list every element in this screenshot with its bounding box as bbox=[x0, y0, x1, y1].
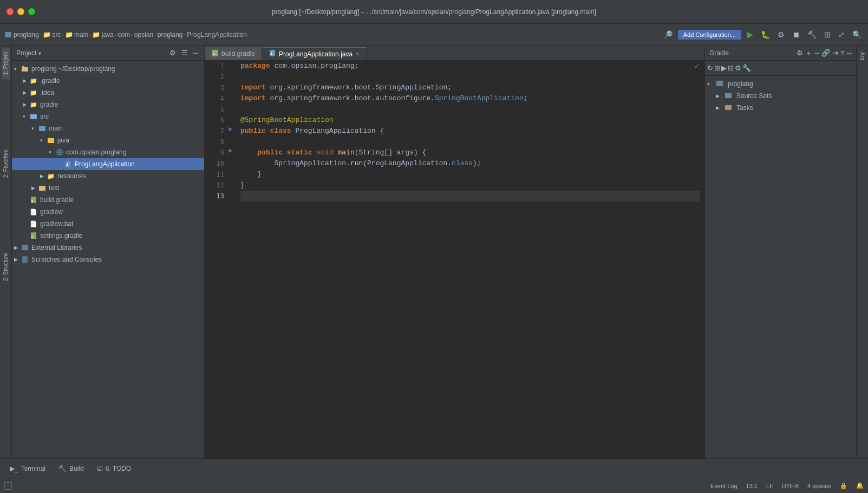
cursor-position[interactable]: 13:1 bbox=[746, 483, 758, 489]
gradle-toolbar-btn-4[interactable]: ⊟ bbox=[728, 64, 734, 72]
code-line-10: SpringApplication.run(ProgLangApplicatio… bbox=[240, 158, 700, 169]
gradle-minimize-button[interactable]: ─ bbox=[847, 48, 852, 58]
breadcrumb-item-main[interactable]: 📁 main bbox=[65, 31, 88, 38]
gradle-tree-source-sets[interactable]: ▶ Source Sets bbox=[705, 90, 856, 102]
tab-proglangapplication[interactable]: J ProgLangApplication.java ✕ bbox=[262, 47, 367, 60]
gradle-toolbar-btn-2[interactable]: ⊞ bbox=[714, 64, 720, 72]
svg-rect-2 bbox=[30, 114, 37, 119]
tab-close-icon[interactable]: ✕ bbox=[355, 51, 360, 57]
tree-arrow: ▶ bbox=[23, 78, 29, 83]
tree-item-gradlew[interactable]: 📄 gradlew bbox=[12, 206, 204, 218]
run-config-button[interactable]: ⚙ bbox=[775, 29, 787, 40]
debug-button[interactable]: 🐛 bbox=[759, 29, 772, 40]
file-icon: 📄 bbox=[29, 207, 38, 216]
file-icon: 📄 bbox=[29, 219, 38, 228]
close-button[interactable] bbox=[6, 8, 14, 15]
tree-item-proglangapp[interactable]: J ProgLangApplication bbox=[12, 158, 204, 170]
sidebar-tab-ant[interactable]: Ant bbox=[858, 48, 866, 64]
tree-item-package[interactable]: ▾ com.opsian.proglang bbox=[12, 146, 204, 158]
breadcrumb-item-src[interactable]: 📁 src bbox=[43, 31, 61, 38]
tree-item-scratches[interactable]: ▶ Scratches and Consoles bbox=[12, 254, 204, 265]
tree-item-resources[interactable]: ▶ 📁 resources bbox=[12, 170, 204, 182]
gradle-toolbar-btn-5[interactable]: ⚙ bbox=[735, 64, 741, 72]
gradle-toolbar-btn-6[interactable]: 🔧 bbox=[742, 64, 751, 72]
breadcrumb-item-proglang2[interactable]: proglang bbox=[158, 31, 183, 38]
tree-item-gradle-hidden[interactable]: ▶ 📁 .gradle bbox=[12, 75, 204, 87]
bottom-tab-terminal[interactable]: ▶_ Terminal bbox=[4, 463, 51, 475]
bottom-tab-build[interactable]: 🔨 Build bbox=[53, 463, 89, 475]
gradle-indent-button[interactable]: ⇥ bbox=[832, 48, 838, 58]
tree-item-gradle[interactable]: ▶ 📁 gradle bbox=[12, 99, 204, 111]
gradle-tree-proglang[interactable]: ▾ proglang bbox=[705, 78, 856, 90]
tree-arrow: ▶ bbox=[23, 102, 29, 107]
indent-info[interactable]: 4 spaces bbox=[807, 483, 831, 489]
gradle-minus-button[interactable]: ─ bbox=[814, 48, 819, 58]
gradle-tree-tasks[interactable]: ▶ Tasks bbox=[705, 102, 856, 114]
tree-item-src[interactable]: ▾ src bbox=[12, 111, 204, 122]
folder-icon: 📁 bbox=[47, 172, 55, 180]
layout-button[interactable]: ⊞ bbox=[822, 29, 833, 40]
zoom-button[interactable] bbox=[28, 8, 35, 15]
project-panel-title: Project ▾ bbox=[16, 49, 165, 57]
search-toolbar-button[interactable]: 🔎 bbox=[661, 29, 675, 40]
build-button[interactable]: 🔨 bbox=[805, 29, 819, 40]
tree-item-idea[interactable]: ▶ 📁 .idea bbox=[12, 87, 204, 99]
file-charset[interactable]: UTF-8 bbox=[782, 483, 799, 489]
tree-item-java[interactable]: ▾ java bbox=[12, 134, 204, 146]
folder-icon bbox=[38, 124, 47, 133]
tab-build-gradle[interactable]: g build.gradle bbox=[205, 47, 262, 60]
tree-item-proglang[interactable]: ▾ proglang ~/Desktop/proglang bbox=[12, 63, 204, 75]
project-icon bbox=[4, 31, 12, 38]
sidebar-tab-favorites[interactable]: 2: Favorites bbox=[2, 145, 10, 182]
terminal-icon: ▶_ bbox=[10, 465, 18, 472]
breadcrumb-item-opsian[interactable]: opsian bbox=[134, 31, 153, 38]
line-num-6: 6 bbox=[205, 115, 224, 126]
tree-item-gradlew-bat[interactable]: 📄 gradlew.bat bbox=[12, 218, 204, 230]
breadcrumb-item-com[interactable]: com bbox=[118, 31, 130, 38]
panel-layout-button[interactable]: ☰ bbox=[180, 48, 190, 57]
svg-rect-14 bbox=[22, 245, 28, 250]
tree-item-external-libs[interactable]: ▶ External Libraries bbox=[12, 242, 204, 254]
run-gutter-arrow-7[interactable]: ▶ bbox=[229, 126, 233, 132]
gradle-file-icon: g bbox=[29, 196, 38, 204]
tree-item-build-gradle[interactable]: g build.gradle bbox=[12, 194, 204, 206]
tree-item-test[interactable]: ▶ test bbox=[12, 182, 204, 194]
breadcrumb-item-java[interactable]: 📁 java bbox=[93, 31, 114, 38]
run-gutter-arrow-9[interactable]: ▶ bbox=[229, 147, 233, 153]
gradle-add-button[interactable]: ＋ bbox=[805, 48, 812, 58]
search-button[interactable]: 🔍 bbox=[850, 29, 864, 40]
expand-button[interactable]: ⤢ bbox=[836, 29, 847, 40]
status-checkbox[interactable] bbox=[4, 482, 12, 490]
line-num-4: 4 bbox=[205, 93, 224, 104]
gradle-panel-header: Gradle ⚙ ＋ ─ 🔗 ⇥ ≡ ─ bbox=[705, 46, 856, 61]
breadcrumb-item-proglang[interactable]: proglang bbox=[4, 31, 39, 38]
code-area[interactable]: package com.opsian.proglang; import org.… bbox=[236, 61, 704, 458]
traffic-lights bbox=[6, 8, 35, 15]
bottom-tab-todo[interactable]: ☑ 6: TODO bbox=[92, 463, 137, 475]
tree-item-main[interactable]: ▾ main bbox=[12, 122, 204, 134]
editor-content[interactable]: 1 2 3 4 5 6 7 8 9 10 11 12 13 bbox=[205, 61, 704, 458]
panel-minimize-button[interactable]: ─ bbox=[192, 48, 200, 57]
line-endings[interactable]: LF bbox=[766, 483, 773, 489]
run-button[interactable]: ▶ bbox=[745, 28, 755, 41]
tree-arrow: ▾ bbox=[40, 138, 47, 143]
gradle-toolbar-btn-1[interactable]: ↻ bbox=[707, 64, 713, 72]
panel-settings-button[interactable]: ⚙ bbox=[168, 48, 178, 57]
code-line-8 bbox=[240, 137, 700, 147]
tree-item-settings-gradle[interactable]: g settings.gradle bbox=[12, 230, 204, 242]
add-configuration-button[interactable]: Add Configuration... bbox=[678, 30, 741, 40]
gradle-link-button[interactable]: 🔗 bbox=[821, 48, 830, 58]
sidebar-tab-structure[interactable]: 2: Structure bbox=[2, 249, 10, 286]
editor-wrap: g build.gradle J ProgLangApplication.jav… bbox=[205, 46, 704, 458]
stop-button[interactable]: ⏹ bbox=[790, 29, 802, 40]
breadcrumb-item-class[interactable]: ProgLangApplication bbox=[187, 31, 247, 38]
gradle-toolbar-btn-3[interactable]: ▶ bbox=[721, 64, 727, 72]
minimize-button[interactable] bbox=[17, 8, 24, 15]
notifications-icon[interactable]: 🔔 bbox=[856, 482, 864, 489]
event-log-link[interactable]: Event Log bbox=[710, 483, 738, 489]
sidebar-tab-project[interactable]: 1: Project bbox=[2, 48, 10, 79]
svg-rect-15 bbox=[22, 256, 28, 263]
gradle-settings-button[interactable]: ⚙ bbox=[797, 48, 803, 58]
panel-icons: ⚙ ☰ ─ bbox=[168, 48, 200, 57]
gradle-expand-button[interactable]: ≡ bbox=[840, 48, 845, 58]
